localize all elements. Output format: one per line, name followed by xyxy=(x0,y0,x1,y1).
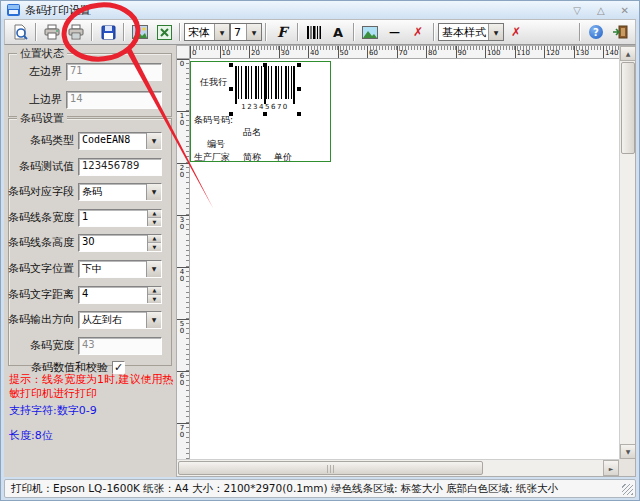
text-a-icon: A xyxy=(333,25,343,40)
line-height-spinner[interactable]: 30 ▲▼ xyxy=(78,234,162,252)
selection-handle[interactable] xyxy=(229,63,233,67)
vertical-scrollbar[interactable]: ▲ ▼ xyxy=(619,46,635,459)
barcode-width-label: 条码宽度 xyxy=(4,338,74,353)
chevron-down-icon[interactable]: ▼ xyxy=(146,133,161,149)
delete-object-button[interactable]: ✗ xyxy=(406,22,430,43)
selection-handle[interactable] xyxy=(229,87,233,91)
exit-door-icon xyxy=(613,25,628,39)
manufacturer-label[interactable]: 生产厂家 xyxy=(194,151,230,164)
chevron-down-icon[interactable]: ▼ xyxy=(146,261,161,277)
toolbar-separator xyxy=(179,23,181,41)
output-direction-value: 从左到右 xyxy=(79,312,146,328)
style-combo[interactable]: 基本样式 ▼ xyxy=(438,23,504,41)
selection-handle[interactable] xyxy=(297,87,301,91)
abbreviation-label[interactable]: 简称 xyxy=(243,151,261,164)
print-preview-button[interactable] xyxy=(8,22,32,43)
chevron-down-icon[interactable]: ▼ xyxy=(146,312,161,328)
batch-print-icon xyxy=(68,24,84,40)
product-name-label[interactable]: 品名 xyxy=(243,126,261,139)
font-style-button[interactable]: F xyxy=(270,22,294,43)
insert-image-button[interactable] xyxy=(358,22,382,43)
barcode-test-input[interactable]: 123456789 xyxy=(78,158,162,176)
ruler-h-label: 20 xyxy=(249,49,260,57)
export-excel-button[interactable] xyxy=(152,22,176,43)
horizontal-scrollbar[interactable]: ► xyxy=(177,459,619,476)
save-icon xyxy=(101,25,116,40)
delete-style-x-icon: ✗ xyxy=(511,25,521,39)
design-surface[interactable]: 任我行 12345670 条码号码: 品名 编号 xyxy=(190,59,619,459)
left-margin-input[interactable]: 71 xyxy=(66,63,162,81)
ruler-h-label: 90 xyxy=(456,49,467,57)
barcode-field-value: 条码 xyxy=(79,184,146,200)
export-image-button[interactable] xyxy=(128,22,152,43)
barcode-number-text[interactable]: 12345670 xyxy=(233,103,297,111)
app-icon xyxy=(7,4,20,16)
font-size-combo[interactable]: 7 ▼ xyxy=(230,23,262,41)
label-boundary[interactable]: 任我行 12345670 条码号码: 品名 编号 xyxy=(190,61,331,162)
unit-price-label[interactable]: 单价 xyxy=(274,151,292,164)
text-distance-spinner[interactable]: 4 ▲▼ xyxy=(78,286,162,304)
spin-up-icon[interactable]: ▲ xyxy=(148,210,161,219)
barcode-guard-right xyxy=(293,66,295,104)
ruler-v-label: 0 xyxy=(178,61,186,68)
horizontal-scroll-thumb[interactable] xyxy=(178,461,483,475)
spin-down-icon[interactable]: ▼ xyxy=(148,243,161,251)
barcode-field-dropdown[interactable]: 条码 ▼ xyxy=(78,183,162,201)
resize-grip-icon[interactable] xyxy=(622,484,633,495)
window-title: 条码打印设置 xyxy=(25,3,91,18)
insert-line-button[interactable]: — xyxy=(382,22,406,43)
group-barcode-title: 条码设置 xyxy=(17,111,67,126)
chevron-down-icon[interactable]: ▼ xyxy=(246,24,261,40)
ruler-h-label: 100 xyxy=(485,49,500,57)
selection-handle[interactable] xyxy=(297,63,301,67)
top-margin-input[interactable]: 14 xyxy=(66,91,162,109)
barcode-number-label[interactable]: 条码号码: xyxy=(194,114,233,127)
spin-up-icon[interactable]: ▲ xyxy=(148,235,161,244)
exit-button[interactable] xyxy=(608,22,632,43)
chevron-down-icon[interactable]: ▼ xyxy=(214,24,229,40)
style-value: 基本样式 xyxy=(439,25,488,40)
chevron-down-icon[interactable]: ▼ xyxy=(488,24,503,40)
close-button[interactable]: ✕ xyxy=(621,5,629,16)
top-margin-label: 上边界 xyxy=(4,92,62,107)
selection-handle[interactable] xyxy=(263,63,267,67)
scroll-up-icon[interactable]: ▲ xyxy=(620,46,636,61)
selection-handle[interactable] xyxy=(263,112,267,116)
ruler-h-label: 60 xyxy=(367,49,378,57)
scroll-right-icon[interactable]: ► xyxy=(603,460,619,476)
delete-style-button[interactable]: ✗ xyxy=(504,22,528,43)
barcode-field-label: 条码对应字段 xyxy=(4,184,74,199)
selection-handle[interactable] xyxy=(297,112,301,116)
length-hint: 长度:8位 xyxy=(9,428,53,443)
spin-up-icon[interactable]: ▲ xyxy=(148,287,161,296)
code-label[interactable]: 编号 xyxy=(207,138,225,151)
ruler-vertical-ticks xyxy=(186,59,190,459)
maximize-button[interactable]: △ xyxy=(597,5,605,16)
help-button[interactable]: ? xyxy=(584,22,608,43)
insert-text-button[interactable]: A xyxy=(326,22,350,43)
text-position-dropdown[interactable]: 下中 ▼ xyxy=(78,260,162,278)
ruler-v-label: 20 xyxy=(178,165,186,179)
minimize-button[interactable]: ▽ xyxy=(573,5,581,16)
font-name-combo[interactable]: 宋体 ▼ xyxy=(184,23,230,41)
company-text[interactable]: 任我行 xyxy=(200,76,227,89)
text-distance-label: 条码文字距离 xyxy=(4,287,74,302)
barcode-test-label: 条码测试值 xyxy=(4,159,74,174)
print-button[interactable] xyxy=(40,22,64,43)
insert-barcode-button[interactable] xyxy=(302,22,326,43)
batch-print-button[interactable] xyxy=(64,22,88,43)
vertical-scroll-thumb[interactable] xyxy=(621,62,635,154)
save-button[interactable] xyxy=(96,22,120,43)
spin-down-icon[interactable]: ▼ xyxy=(148,218,161,226)
spin-down-icon[interactable]: ▼ xyxy=(148,295,161,303)
line-width-spinner[interactable]: 1 ▲▼ xyxy=(78,209,162,227)
text-distance-value: 4 xyxy=(79,287,147,303)
ruler-v-label: 30 xyxy=(178,217,186,231)
barcode-type-value: CodeEAN8 xyxy=(79,133,146,149)
output-direction-dropdown[interactable]: 从左到右 ▼ xyxy=(78,311,162,329)
toolbar-separator xyxy=(265,23,267,41)
barcode-type-dropdown[interactable]: CodeEAN8 ▼ xyxy=(78,132,162,150)
scroll-down-icon[interactable]: ▼ xyxy=(620,444,636,459)
chevron-down-icon[interactable]: ▼ xyxy=(146,184,161,200)
output-direction-label: 条码输出方向 xyxy=(4,312,74,327)
